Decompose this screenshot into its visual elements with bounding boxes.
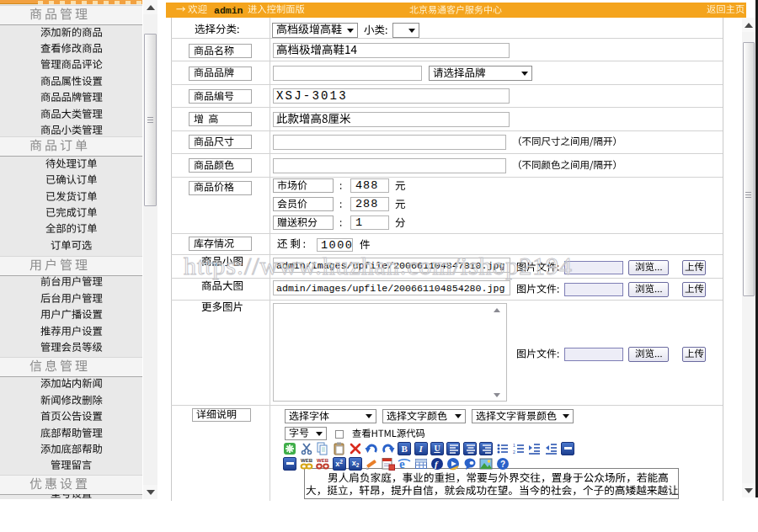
svg-text:1: 1 <box>513 443 515 448</box>
svg-text:2: 2 <box>513 450 515 455</box>
svg-text:WEB: WEB <box>301 458 313 463</box>
svg-text:?: ? <box>500 460 505 469</box>
svg-text:WEB: WEB <box>317 458 329 463</box>
